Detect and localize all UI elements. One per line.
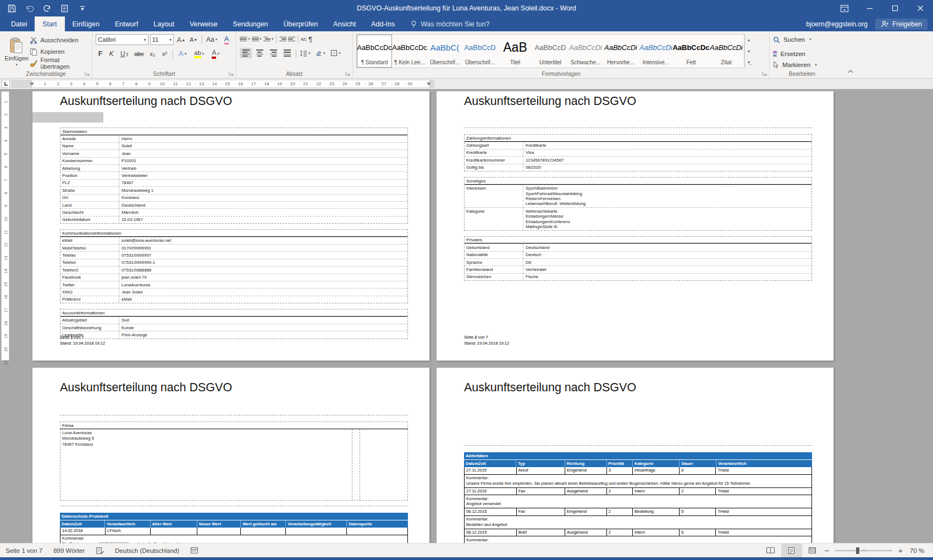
decrease-indent-button[interactable] [279,34,286,44]
share-button[interactable]: Freigeben [875,19,928,30]
collapse-ribbon-icon[interactable] [847,69,855,75]
shading-button[interactable] [313,48,327,58]
style-item[interactable]: AaBbCcDiZitat [709,35,744,68]
replace-button[interactable]: abac Ersetzen [773,48,831,59]
macro-recorder-icon[interactable] [185,544,204,557]
style-item[interactable]: AaBbCcDUntertitel [533,35,568,68]
styles-scroll-up-icon[interactable]: ▲ [745,34,753,46]
document-page-2[interactable]: Auskunftserteilung nach DSGVO Zahlungsin… [437,91,833,361]
dialog-launcher-icon[interactable] [85,71,90,76]
style-item[interactable]: AaBbCcDiIntensive... [638,35,673,68]
style-item[interactable]: AaBbCcDÜberschrif... [462,35,498,68]
styles-more-icon[interactable]: ▼̲ [745,57,753,68]
tab-ansicht[interactable]: Ansicht [325,16,363,31]
copy-button[interactable]: Kopieren [30,47,89,57]
style-item[interactable]: AaBbC(Überschrif... [427,35,462,68]
minimize-icon[interactable] [857,0,882,16]
italic-button[interactable]: K [107,48,116,59]
spellcheck-icon[interactable] [90,544,109,557]
close-icon[interactable] [908,0,933,16]
page-indicator[interactable]: Seite 1 von 7 [0,544,48,557]
tab-einfügen[interactable]: Einfügen [65,16,107,31]
save-icon[interactable] [7,4,16,13]
tab-verweise[interactable]: Verweise [182,16,225,31]
text-highlight-button[interactable]: ab [191,48,207,59]
borders-button[interactable] [328,48,343,58]
sort-button[interactable]: AZ↓ [301,34,307,44]
align-center-button[interactable] [253,48,266,58]
redo-icon[interactable] [42,4,52,13]
style-item[interactable]: AaBbCcDc¶ Kein Lee... [392,35,427,68]
font-size-combo[interactable]: 11 [150,34,174,45]
document-page-4[interactable]: Auskunftserteilung nach DSGVO Aktivitäte… [437,368,833,543]
tab-selector[interactable] [2,80,10,88]
multilevel-list-button[interactable] [263,34,274,44]
subscript-button[interactable]: x₂ [147,48,158,59]
data-table: StammdatenAnredeHerrnNameSoleilVornameJe… [60,127,408,224]
ribbon-display-options-icon[interactable] [832,0,857,16]
styles-scroll-down-icon[interactable]: ▼ [745,46,753,57]
zoom-slider-thumb[interactable] [856,547,859,554]
find-button[interactable]: Suchen [773,34,831,45]
indent-marker[interactable] [30,82,34,86]
web-layout-icon[interactable] [802,544,823,557]
zoom-in-icon[interactable]: + [897,546,904,555]
line-spacing-button[interactable] [299,48,312,58]
align-left-button[interactable] [240,48,252,58]
style-item[interactable]: AaBbCcDiSchwache... [568,35,603,68]
numbered-list-button[interactable] [252,34,262,44]
account-email[interactable]: bjoern@eggstein.org [806,20,868,28]
increase-indent-button[interactable] [288,34,295,44]
language-indicator[interactable]: Deutsch (Deutschland) [109,544,185,557]
align-right-button[interactable] [267,48,279,58]
font-name-combo[interactable]: Calibri [96,34,148,45]
justify-button[interactable] [281,48,293,58]
tab-add-ins[interactable]: Add-Ins [363,16,402,31]
row-label: MobilTelefon [60,245,119,251]
font-color-button[interactable]: A [208,48,223,59]
dialog-launcher-icon[interactable] [345,71,351,76]
clear-formatting-button[interactable]: A [220,35,233,45]
tab-sendungen[interactable]: Sendungen [225,16,276,31]
dialog-launcher-icon[interactable] [229,71,234,76]
select-button[interactable]: Markieren [773,59,831,70]
bold-button[interactable]: F [96,48,105,59]
tab-entwurf[interactable]: Entwurf [107,16,146,31]
word-count[interactable]: 899 Wörter [48,544,90,557]
change-case-button[interactable]: Aa [205,35,219,45]
undo-icon[interactable] [25,4,34,13]
shrink-font-button[interactable]: A▼ [188,35,199,45]
tab-überprüfen[interactable]: Überprüfen [276,16,326,31]
grow-font-button[interactable]: A▲ [175,35,186,45]
strikethrough-button[interactable]: abc [133,48,146,59]
format-painter-button[interactable]: Format übertragen [30,58,89,68]
document-page-1[interactable]: Auskunftserteilung nach DSGVO Stammdaten… [32,91,429,361]
tab-start[interactable]: Start [35,16,64,31]
text-effects-button[interactable]: A [175,48,190,59]
tab-layout[interactable]: Layout [146,16,182,31]
underline-button[interactable]: U [118,48,131,59]
document-page-3[interactable]: Auskunftserteilung nach DSGVO Firma Luna… [32,368,429,543]
zoom-slider[interactable] [835,550,892,551]
read-mode-icon[interactable] [760,544,781,557]
style-item[interactable]: AaBbCcDiHervorhe... [603,35,638,68]
tell-me-box[interactable]: Was möchten Sie tun? [402,16,489,31]
zoom-level[interactable]: 70 % [904,544,933,557]
customize-quick-access-icon[interactable] [78,4,87,13]
superscript-button[interactable]: x² [159,48,170,59]
paste-button[interactable]: Einfügen ▾ [3,34,30,69]
show-formatting-marks-button[interactable]: ¶ [308,34,312,44]
print-preview-icon[interactable] [60,4,69,13]
bullet-list-button[interactable] [240,34,250,44]
style-item[interactable]: AaBTitel [498,35,533,68]
tab-datei[interactable]: Datei [3,16,35,31]
right-indent-marker[interactable] [427,82,431,86]
style-item[interactable]: AaBbCcDcFett [673,35,709,68]
cut-button[interactable]: Ausschneiden [30,35,89,45]
maximize-icon[interactable] [882,0,908,16]
table-row: eMailsoleil@luna-aventuras.net [60,237,407,244]
style-item[interactable]: AaBbCcDc¶ Standard [357,35,392,68]
print-layout-icon[interactable] [781,544,802,557]
dialog-launcher-icon[interactable] [762,71,768,76]
zoom-out-icon[interactable]: − [823,546,831,555]
